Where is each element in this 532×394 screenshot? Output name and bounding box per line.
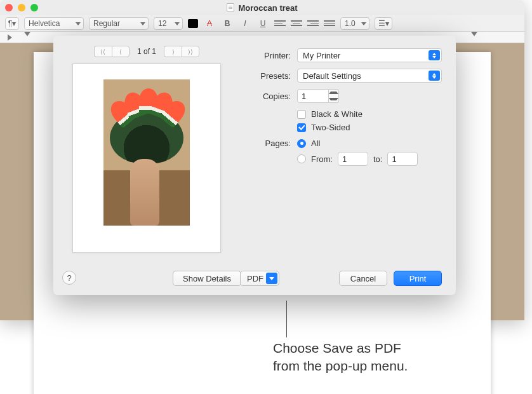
- chevron-down-icon: [266, 273, 277, 284]
- pages-to-input[interactable]: 1: [387, 152, 418, 166]
- printer-label: Printer:: [244, 51, 291, 60]
- two-sided-checkbox[interactable]: [297, 123, 306, 132]
- print-preview-pane: ⟨⟨ ⟨ 1 of 1 ⟩ ⟩⟩: [53, 36, 240, 295]
- print-button[interactable]: Print: [394, 271, 442, 286]
- cancel-button[interactable]: Cancel: [339, 271, 387, 286]
- print-dialog: ⟨⟨ ⟨ 1 of 1 ⟩ ⟩⟩ ? Show Details: [53, 36, 456, 295]
- chevron-updown-icon: [429, 50, 440, 60]
- print-options: Printer: My Printer Presets: Default Set…: [240, 36, 456, 295]
- two-sided-label: Two-Sided: [311, 123, 350, 132]
- pages-range-radio[interactable]: [297, 154, 306, 163]
- presets-label: Presets:: [244, 71, 291, 81]
- callout-leader-line: [286, 301, 287, 337]
- pages-all-label: All: [311, 139, 320, 148]
- bold-button[interactable]: B: [221, 19, 234, 28]
- format-toolbar: ¶▾ Helvetica Regular 12 A B I U 1.0 ☰▾: [0, 15, 524, 32]
- pager-back-group: ⟨⟨ ⟨: [94, 46, 130, 57]
- black-white-checkbox[interactable]: [297, 110, 306, 119]
- prev-page-button[interactable]: ⟨: [112, 46, 130, 57]
- font-family-select[interactable]: Helvetica: [24, 17, 84, 30]
- document-icon: [227, 3, 234, 12]
- help-button[interactable]: ?: [62, 271, 76, 285]
- copies-input[interactable]: 1: [297, 89, 329, 103]
- italic-button[interactable]: I: [239, 19, 251, 28]
- pdf-menu-button[interactable]: PDF: [240, 271, 279, 286]
- strikethrough-color-icon[interactable]: A: [203, 19, 216, 28]
- chevron-updown-icon: [429, 71, 440, 81]
- align-center-button[interactable]: [291, 19, 302, 28]
- font-style-select[interactable]: Regular: [89, 17, 149, 30]
- copies-label: Copies:: [244, 92, 291, 101]
- pdf-label: PDF: [247, 274, 263, 283]
- chevron-up-icon: [329, 92, 338, 94]
- preview-photo: [103, 79, 190, 226]
- pages-to-label: to:: [373, 154, 382, 164]
- pages-label: Pages:: [244, 139, 291, 148]
- text-color-swatch[interactable]: [188, 19, 198, 28]
- paragraph-style-button[interactable]: ¶▾: [5, 17, 19, 30]
- pager-fwd-group: ⟩ ⟩⟩: [164, 46, 199, 57]
- presets-value: Default Settings: [303, 71, 361, 81]
- align-justify-button[interactable]: [324, 19, 335, 28]
- line-spacing-select[interactable]: 1.0: [340, 17, 369, 30]
- align-left-button[interactable]: [274, 19, 286, 28]
- page-indicator: 1 of 1: [137, 47, 156, 56]
- window-title: Moroccan treat: [238, 3, 297, 13]
- copies-stepper[interactable]: [329, 89, 339, 103]
- printer-value: My Printer: [303, 51, 340, 60]
- callout-line1: Choose Save as PDF: [273, 339, 408, 357]
- first-page-button[interactable]: ⟨⟨: [94, 46, 112, 57]
- black-white-label: Black & White: [311, 109, 362, 119]
- underline-button[interactable]: U: [256, 19, 269, 28]
- preview-thumbnail: [72, 64, 221, 253]
- pages-all-radio[interactable]: [297, 139, 306, 148]
- list-style-button[interactable]: ☰▾: [375, 17, 392, 30]
- callout-line2: from the pop-up menu.: [273, 357, 408, 375]
- font-size-select[interactable]: 12: [154, 17, 183, 30]
- pages-from-input[interactable]: 1: [338, 152, 368, 166]
- pages-from-label: From:: [311, 154, 333, 164]
- printer-select[interactable]: My Printer: [297, 48, 442, 62]
- align-right-button[interactable]: [307, 19, 319, 28]
- titlebar: Moroccan treat: [0, 0, 524, 15]
- presets-select[interactable]: Default Settings: [297, 69, 442, 83]
- chevron-down-icon: [329, 98, 338, 100]
- next-page-button[interactable]: ⟩: [164, 46, 182, 57]
- last-page-button[interactable]: ⟩⟩: [182, 46, 199, 57]
- application-window: Moroccan treat ¶▾ Helvetica Regular 12 A…: [0, 0, 524, 320]
- callout-text: Choose Save as PDF from the pop-up menu.: [273, 339, 408, 376]
- show-details-button[interactable]: Show Details: [173, 271, 241, 286]
